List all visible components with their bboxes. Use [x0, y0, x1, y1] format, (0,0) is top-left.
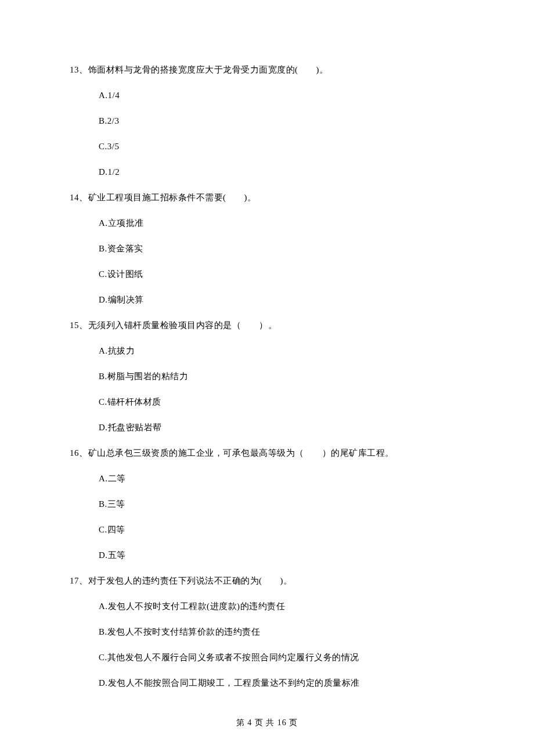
option-b: B.资金落实 — [99, 242, 464, 255]
question-text: 饰面材料与龙骨的搭接宽度应大于龙骨受力面宽度的( )。 — [88, 65, 329, 74]
option-d: D.1/2 — [99, 165, 464, 179]
option-c: C.3/5 — [99, 139, 464, 153]
option-d: D.五等 — [99, 548, 464, 562]
option-c: C.设计图纸 — [99, 267, 464, 281]
option-a: A.二等 — [99, 471, 464, 485]
question-stem: 14、矿业工程项目施工招标条件不需要( )。 — [70, 190, 464, 204]
question-text: 无须列入锚杆质量检验项目内容的是（ ）。 — [88, 321, 277, 330]
question-17: 17、对于发包人的违约责任下列说法不正确的为( )。 A.发包人不按时支付工程款… — [70, 574, 464, 690]
options-list: A.立项批准 B.资金落实 C.设计图纸 D.编制决算 — [70, 216, 464, 307]
option-a: A.抗拔力 — [99, 344, 464, 358]
option-a: A.立项批准 — [99, 216, 464, 230]
question-text: 对于发包人的违约责任下列说法不正确的为( )。 — [88, 576, 293, 585]
question-text: 矿山总承包三级资质的施工企业，可承包最高等级为（ ）的尾矿库工程。 — [88, 448, 394, 458]
page-footer: 第 4 页 共 16 页 — [0, 718, 534, 728]
question-13: 13、饰面材料与龙骨的搭接宽度应大于龙骨受力面宽度的( )。 A.1/4 B.2… — [70, 63, 464, 179]
option-c: C.四等 — [99, 523, 464, 537]
option-b: B.2/3 — [99, 114, 464, 128]
option-a: A.1/4 — [99, 88, 464, 102]
option-b: B.三等 — [99, 497, 464, 511]
option-d: D.编制决算 — [99, 293, 464, 307]
option-c: C.锚杆杆体材质 — [99, 395, 464, 409]
question-number: 16、 — [70, 448, 88, 458]
question-stem: 15、无须列入锚杆质量检验项目内容的是（ ）。 — [70, 318, 464, 332]
question-15: 15、无须列入锚杆质量检验项目内容的是（ ）。 A.抗拔力 B.树脂与围岩的粘结… — [70, 318, 464, 434]
options-list: A.二等 B.三等 C.四等 D.五等 — [70, 471, 464, 562]
question-number: 15、 — [70, 321, 88, 330]
option-d: D.发包人不能按照合同工期竣工，工程质量达不到约定的质量标准 — [99, 676, 464, 690]
question-text: 矿业工程项目施工招标条件不需要( )。 — [88, 193, 257, 202]
question-number: 17、 — [70, 576, 88, 585]
option-b: B.发包人不按时支付结算价款的违约责任 — [99, 625, 464, 639]
options-list: A.1/4 B.2/3 C.3/5 D.1/2 — [70, 88, 464, 179]
options-list: A.抗拔力 B.树脂与围岩的粘结力 C.锚杆杆体材质 D.托盘密贴岩帮 — [70, 344, 464, 434]
option-d: D.托盘密贴岩帮 — [99, 420, 464, 434]
question-stem: 17、对于发包人的违约责任下列说法不正确的为( )。 — [70, 574, 464, 588]
option-c: C.其他发包人不履行合同义务或者不按照合同约定履行义务的情况 — [99, 650, 464, 664]
question-stem: 16、矿山总承包三级资质的施工企业，可承包最高等级为（ ）的尾矿库工程。 — [70, 446, 464, 460]
option-b: B.树脂与围岩的粘结力 — [99, 369, 464, 383]
option-a: A.发包人不按时支付工程款(进度款)的违约责任 — [99, 599, 464, 613]
question-14: 14、矿业工程项目施工招标条件不需要( )。 A.立项批准 B.资金落实 C.设… — [70, 190, 464, 307]
question-stem: 13、饰面材料与龙骨的搭接宽度应大于龙骨受力面宽度的( )。 — [70, 63, 464, 77]
page-content: 13、饰面材料与龙骨的搭接宽度应大于龙骨受力面宽度的( )。 A.1/4 B.2… — [0, 0, 534, 690]
question-number: 13、 — [70, 65, 88, 74]
question-16: 16、矿山总承包三级资质的施工企业，可承包最高等级为（ ）的尾矿库工程。 A.二… — [70, 446, 464, 562]
options-list: A.发包人不按时支付工程款(进度款)的违约责任 B.发包人不按时支付结算价款的违… — [70, 599, 464, 690]
question-number: 14、 — [70, 193, 88, 202]
